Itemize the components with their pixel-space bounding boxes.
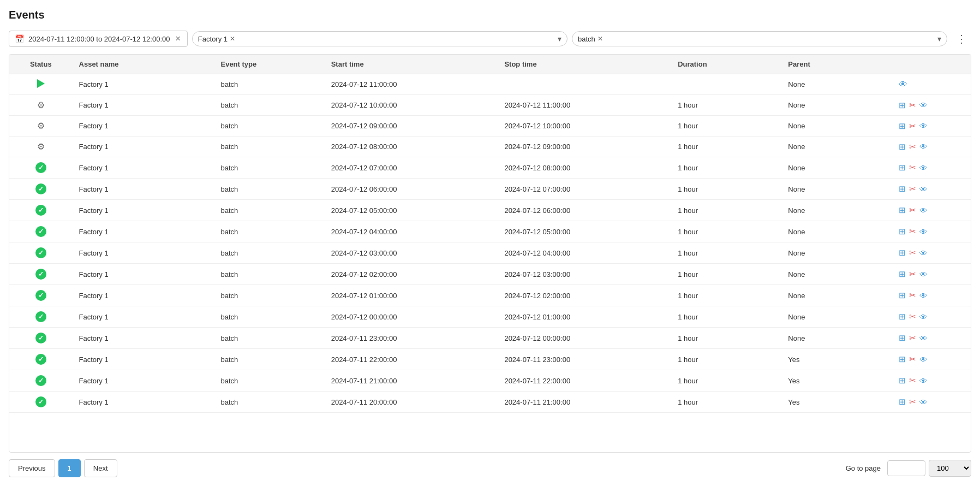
table-row: Factory 1 batch 2024-07-12 11:00:00 None… xyxy=(9,74,971,95)
asset-cell: Factory 1 xyxy=(73,370,214,392)
date-filter-text: 2024-07-11 12:00:00 to 2024-07-12 12:00:… xyxy=(28,35,170,43)
scissors-icon[interactable]: ✂ xyxy=(909,291,916,300)
status-cell: ✓ xyxy=(9,200,73,221)
status-cell: ✓ xyxy=(9,349,73,370)
view-icon[interactable]: 👁 xyxy=(919,227,928,236)
parent-cell: None xyxy=(781,264,892,285)
parent-cell: None xyxy=(781,328,892,349)
edit-icon[interactable]: ⊞ xyxy=(899,121,906,131)
per-page-select[interactable]: 100 50 25 xyxy=(929,460,971,477)
scissors-icon[interactable]: ✂ xyxy=(909,269,916,279)
scissors-icon[interactable]: ✂ xyxy=(909,248,916,258)
type-cell: batch xyxy=(214,392,324,413)
scissors-icon[interactable]: ✂ xyxy=(909,205,916,215)
start-cell: 2024-07-12 03:00:00 xyxy=(325,242,498,264)
view-icon[interactable]: 👁 xyxy=(919,398,928,407)
edit-icon[interactable]: ⊞ xyxy=(899,100,906,110)
parent-cell: None xyxy=(781,306,892,328)
edit-icon[interactable]: ⊞ xyxy=(899,397,906,407)
action-icons: ⊞ ✂ 👁 xyxy=(899,142,964,152)
edit-icon[interactable]: ⊞ xyxy=(899,376,906,386)
stop-cell: 2024-07-12 05:00:00 xyxy=(498,221,671,242)
edit-icon[interactable]: ⊞ xyxy=(899,227,906,236)
view-icon[interactable]: 👁 xyxy=(919,142,928,151)
start-cell: 2024-07-12 11:00:00 xyxy=(325,74,498,95)
stop-cell: 2024-07-12 10:00:00 xyxy=(498,116,671,137)
edit-icon[interactable]: ⊞ xyxy=(899,205,906,215)
type-cell: batch xyxy=(214,349,324,370)
stop-cell: 2024-07-12 03:00:00 xyxy=(498,264,671,285)
prev-button[interactable]: Previous xyxy=(9,459,55,477)
action-icons: ⊞ ✂ 👁 xyxy=(899,269,964,279)
status-cell: ✓ xyxy=(9,285,73,306)
date-filter[interactable]: 📅 2024-07-11 12:00:00 to 2024-07-12 12:0… xyxy=(9,31,188,47)
scissors-icon[interactable]: ✂ xyxy=(909,163,916,173)
scissors-icon[interactable]: ✂ xyxy=(909,184,916,194)
table-row: ✓ Factory 1 batch 2024-07-11 20:00:00 20… xyxy=(9,392,971,413)
type-cell: batch xyxy=(214,157,324,179)
duration-cell: 1 hour xyxy=(671,392,781,413)
scissors-icon[interactable]: ✂ xyxy=(909,312,916,322)
view-icon[interactable]: 👁 xyxy=(919,376,928,386)
view-icon[interactable]: 👁 xyxy=(919,100,928,110)
goto-input[interactable] xyxy=(887,460,925,476)
status-gear-icon: ⚙ xyxy=(37,121,45,131)
view-icon[interactable]: 👁 xyxy=(919,312,928,322)
stop-cell: 2024-07-12 06:00:00 xyxy=(498,200,671,221)
status-gear-icon: ⚙ xyxy=(37,100,45,110)
scissors-icon[interactable]: ✂ xyxy=(909,100,916,110)
status-check-icon: ✓ xyxy=(35,311,46,322)
batch-tag-remove[interactable]: ✕ xyxy=(597,35,603,43)
batch-tag-dropdown[interactable]: batch ✕ ▾ xyxy=(572,31,947,46)
edit-icon[interactable]: ⊞ xyxy=(899,248,906,258)
start-cell: 2024-07-12 02:00:00 xyxy=(325,264,498,285)
view-icon[interactable]: 👁 xyxy=(919,206,928,215)
duration-cell: 1 hour xyxy=(671,157,781,179)
view-icon[interactable]: 👁 xyxy=(919,355,928,364)
stop-cell: 2024-07-12 00:00:00 xyxy=(498,328,671,349)
edit-icon[interactable]: ⊞ xyxy=(899,333,906,343)
view-icon[interactable]: 👁 xyxy=(919,163,928,173)
factory-tag-remove[interactable]: ✕ xyxy=(230,35,235,43)
more-options-button[interactable]: ⋮ xyxy=(952,30,971,48)
view-icon[interactable]: 👁 xyxy=(919,270,928,279)
factory-tag-dropdown[interactable]: Factory 1 ✕ ▾ xyxy=(192,31,567,46)
edit-icon[interactable]: ⊞ xyxy=(899,354,906,364)
scissors-icon[interactable]: ✂ xyxy=(909,354,916,364)
stop-cell: 2024-07-12 04:00:00 xyxy=(498,242,671,264)
status-check-icon: ✓ xyxy=(35,396,46,407)
edit-icon[interactable]: ⊞ xyxy=(899,184,906,194)
status-check-icon: ✓ xyxy=(35,226,46,237)
calendar-icon: 📅 xyxy=(15,34,24,43)
status-check-icon: ✓ xyxy=(35,162,46,173)
edit-icon[interactable]: ⊞ xyxy=(899,142,906,152)
start-cell: 2024-07-12 09:00:00 xyxy=(325,116,498,137)
edit-icon[interactable]: ⊞ xyxy=(899,312,906,322)
scissors-icon[interactable]: ✂ xyxy=(909,121,916,131)
view-icon[interactable]: 👁 xyxy=(919,291,928,300)
duration-cell: 1 hour xyxy=(671,328,781,349)
parent-cell: Yes xyxy=(781,370,892,392)
scissors-icon[interactable]: ✂ xyxy=(909,333,916,343)
view-icon[interactable]: 👁 xyxy=(899,80,907,90)
view-icon[interactable]: 👁 xyxy=(919,121,928,131)
edit-icon[interactable]: ⊞ xyxy=(899,269,906,279)
edit-icon[interactable]: ⊞ xyxy=(899,291,906,300)
view-icon[interactable]: 👁 xyxy=(919,185,928,194)
action-icons: ⊞ ✂ 👁 xyxy=(899,291,964,300)
scissors-icon[interactable]: ✂ xyxy=(909,142,916,152)
table-row: ✓ Factory 1 batch 2024-07-12 00:00:00 20… xyxy=(9,306,971,328)
parent-cell: None xyxy=(781,74,892,95)
edit-icon[interactable]: ⊞ xyxy=(899,163,906,173)
scissors-icon[interactable]: ✂ xyxy=(909,227,916,236)
scissors-icon[interactable]: ✂ xyxy=(909,376,916,386)
table-row: ✓ Factory 1 batch 2024-07-11 22:00:00 20… xyxy=(9,349,971,370)
page-1-button[interactable]: 1 xyxy=(58,459,81,477)
table-row: ✓ Factory 1 batch 2024-07-12 06:00:00 20… xyxy=(9,179,971,200)
scissors-icon[interactable]: ✂ xyxy=(909,397,916,407)
duration-cell: 1 hour xyxy=(671,116,781,137)
date-clear-button[interactable]: × xyxy=(175,34,182,43)
next-button[interactable]: Next xyxy=(84,459,117,477)
view-icon[interactable]: 👁 xyxy=(919,334,928,343)
view-icon[interactable]: 👁 xyxy=(919,248,928,258)
